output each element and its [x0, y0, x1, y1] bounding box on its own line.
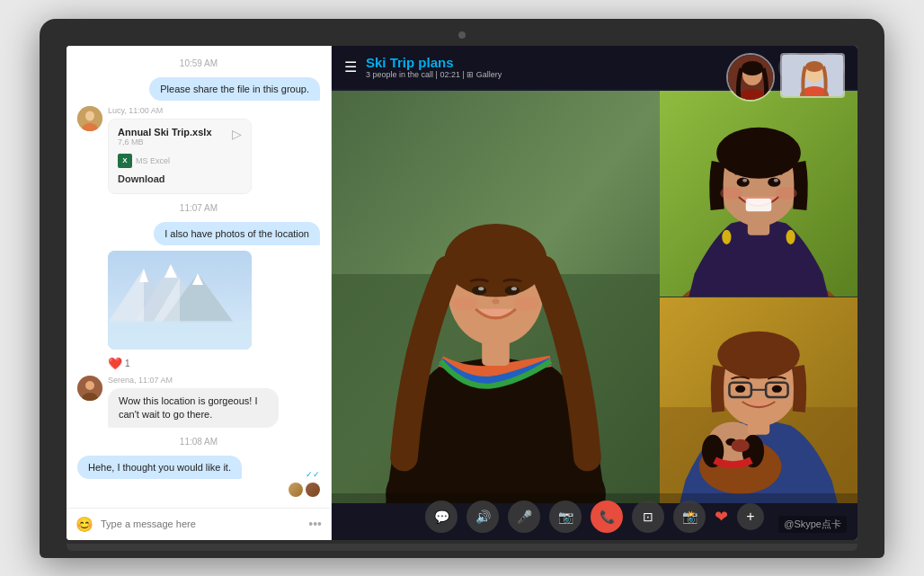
svg-point-32: [478, 287, 484, 290]
svg-point-45: [768, 177, 780, 186]
download-button[interactable]: Download: [118, 172, 242, 186]
svg-point-66: [772, 385, 782, 392]
reaction-count: 1: [125, 359, 130, 368]
hamburger-icon[interactable]: ☰: [344, 58, 357, 75]
file-name: Annual Ski Trip.xslx: [118, 127, 232, 137]
laptop-frame: 10:59 AM Please share the file in this g…: [40, 19, 884, 558]
plus-icon: +: [746, 509, 754, 525]
svg-point-43: [716, 127, 801, 178]
lucy-msg-content: Lucy, 11:00 AM Annual Ski Trip.xslx 7,6 …: [108, 106, 252, 194]
timestamp-3: 11:08 AM: [77, 437, 320, 447]
svg-point-39: [722, 229, 731, 244]
main-video: [332, 91, 660, 503]
svg-point-44: [737, 177, 750, 186]
more-options-button[interactable]: •••: [308, 517, 322, 531]
sender-time-lucy: Lucy, 11:00 AM: [108, 106, 252, 115]
laptop-camera: [458, 31, 466, 39]
file-size: 7,6 MB: [118, 137, 232, 146]
svg-point-50: [775, 186, 796, 199]
svg-point-35: [514, 296, 540, 310]
bubble-serena: Wow this location is gorgeous! I can't w…: [108, 388, 279, 429]
svg-point-47: [774, 178, 778, 182]
file-card: Annual Ski Trip.xslx 7,6 MB ▷ X MS Excel…: [108, 119, 252, 194]
mute-button[interactable]: 🎤: [508, 501, 540, 533]
side-videos: [660, 91, 857, 503]
chat-input-bar: 😊 •••: [67, 508, 331, 540]
heart-icon: ❤: [715, 508, 728, 526]
excel-icon: X: [118, 154, 132, 168]
emoji-button[interactable]: 😊: [76, 516, 93, 533]
avatar-serena: [77, 376, 102, 401]
forward-button[interactable]: ▷: [232, 127, 242, 141]
add-reaction-button[interactable]: +: [737, 503, 764, 530]
chat-panel: 10:59 AM Please share the file in this g…: [67, 46, 332, 540]
chat-messages: 10:59 AM Please share the file in this g…: [67, 46, 331, 508]
side-video-bottom: [660, 297, 857, 503]
svg-point-58: [731, 439, 749, 451]
svg-point-1: [85, 111, 94, 120]
heart-reaction: ❤️: [108, 357, 122, 370]
laptop-base: [67, 544, 857, 551]
bubble-row-4: Hehe, I thought you would like it. ✓✓: [77, 456, 320, 479]
bubble-right-3: Hehe, I thought you would like it.: [77, 456, 242, 479]
svg-point-65: [735, 385, 745, 392]
svg-point-34: [452, 296, 478, 310]
photo-container: [108, 251, 320, 350]
chat-icon: 💬: [434, 510, 449, 524]
msg-row-serena: Serena, 11:07 AM Wow this location is go…: [77, 376, 320, 429]
timestamp-2: 11:07 AM: [77, 203, 320, 213]
chat-toggle-button[interactable]: 💬: [425, 501, 458, 533]
end-call-button[interactable]: 📞: [591, 501, 623, 533]
svg-point-31: [505, 286, 520, 295]
video-toggle-button[interactable]: 📷: [549, 501, 582, 533]
call-title-group: Ski Trip plans 3 people in the call | 02…: [366, 55, 502, 79]
svg-rect-48: [746, 199, 771, 211]
sender-time-serena: Serena, 11:07 AM: [108, 376, 279, 385]
mic-icon: 🎤: [517, 510, 532, 524]
svg-point-40: [786, 229, 795, 244]
file-header: Annual Ski Trip.xslx 7,6 MB ▷: [118, 127, 242, 146]
avatar-lucy: [77, 106, 102, 131]
end-call-icon: 📞: [600, 510, 615, 524]
svg-point-33: [511, 287, 517, 290]
video-grid: [332, 91, 857, 503]
svg-point-36: [492, 298, 499, 304]
reaction-row: ❤️ 1: [108, 357, 320, 370]
bubble-right-1: Please share the file in this group.: [149, 77, 320, 101]
seen-avatar-2: [306, 483, 320, 497]
svg-point-23: [805, 61, 823, 72]
camera-switch-icon: 📸: [682, 510, 697, 524]
volume-icon: 🔊: [475, 510, 491, 524]
screen-share-button[interactable]: ⊡: [632, 501, 664, 533]
bubble-right-2: I also have photos of the location: [154, 222, 320, 245]
message-input[interactable]: [101, 518, 301, 529]
serena-msg-content: Serena, 11:07 AM Wow this location is go…: [108, 376, 279, 429]
svg-point-29: [444, 223, 546, 297]
seen-avatar-1: [289, 483, 303, 497]
laptop-screen: 10:59 AM Please share the file in this g…: [67, 46, 857, 540]
camera-switch-button[interactable]: 📸: [673, 501, 706, 533]
svg-point-19: [742, 61, 763, 75]
watermark: @Skype点卡: [778, 516, 847, 533]
svg-point-49: [720, 186, 742, 199]
file-icon-wrap: X MS Excel: [118, 154, 242, 168]
call-title: Ski Trip plans: [366, 55, 502, 70]
svg-point-61: [717, 331, 800, 378]
call-subtitle: 3 people in the call | 02:21 | ⊞ Gallery: [366, 70, 502, 79]
seen-avatars: [77, 483, 320, 497]
timestamp-1: 10:59 AM: [77, 58, 320, 68]
thumb-2: [780, 53, 845, 98]
video-panel: ☰ Ski Trip plans 3 people in the call | …: [332, 46, 857, 540]
heart-reaction-button[interactable]: ❤: [715, 507, 728, 527]
thumbnails-row: [726, 53, 845, 102]
side-video-top: [660, 91, 857, 297]
thumb-1: [726, 53, 775, 102]
file-type-label: MS Excel: [136, 156, 170, 165]
screen-share-icon: ⊡: [643, 510, 653, 524]
file-info: Annual Ski Trip.xslx 7,6 MB: [118, 127, 232, 146]
svg-rect-12: [108, 321, 252, 350]
photo-bubble: [108, 251, 252, 350]
svg-point-14: [85, 381, 94, 390]
svg-point-46: [742, 178, 747, 182]
volume-button[interactable]: 🔊: [466, 501, 499, 533]
